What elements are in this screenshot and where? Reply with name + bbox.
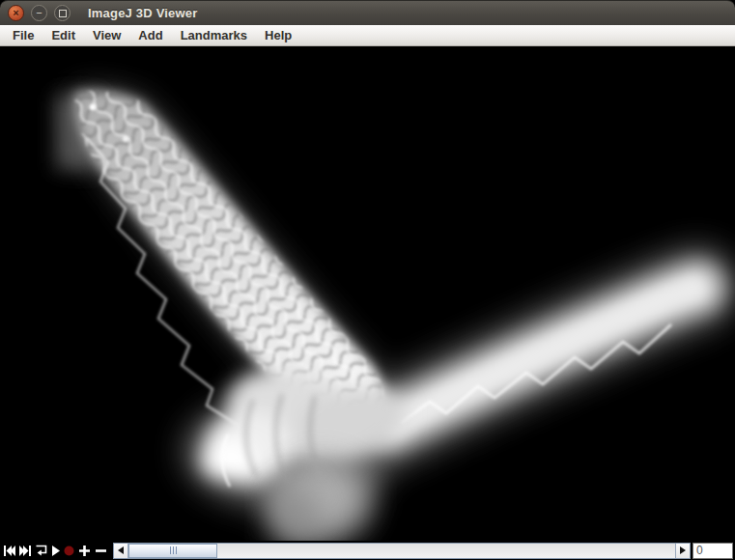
scrollbar-grip-icon xyxy=(170,546,177,554)
minimize-icon[interactable]: − xyxy=(31,5,47,21)
menu-file[interactable]: File xyxy=(4,27,42,43)
play-icon[interactable] xyxy=(52,543,60,558)
scrollbar-left-arrow-icon[interactable] xyxy=(114,544,128,558)
menu-help[interactable]: Help xyxy=(256,27,300,43)
window-title: ImageJ 3D Viewer xyxy=(88,6,198,20)
close-icon[interactable]: × xyxy=(8,5,24,21)
imagej-3d-viewer-window: × − ImageJ 3D Viewer File Edit View Add … xyxy=(0,0,735,560)
scrollbar-thumb[interactable] xyxy=(128,544,217,558)
menu-view[interactable]: View xyxy=(84,27,129,43)
frame-number-field[interactable] xyxy=(693,543,733,559)
title-bar[interactable]: × − ImageJ 3D Viewer xyxy=(0,0,735,25)
menu-edit[interactable]: Edit xyxy=(42,27,84,43)
last-frame-icon[interactable] xyxy=(19,543,31,558)
loop-icon[interactable] xyxy=(35,543,48,558)
menu-add[interactable]: Add xyxy=(129,27,171,43)
scrollbar-track[interactable] xyxy=(128,544,675,558)
volume-rendering-bird xyxy=(0,46,735,541)
menu-bar: File Edit View Add Landmarks Help xyxy=(0,25,735,46)
first-frame-icon[interactable] xyxy=(4,543,15,558)
menu-landmarks[interactable]: Landmarks xyxy=(172,27,256,43)
scrollbar-right-arrow-icon[interactable] xyxy=(675,544,690,558)
animation-transport xyxy=(0,543,111,558)
record-icon[interactable] xyxy=(64,543,74,558)
zoom-out-icon[interactable] xyxy=(95,543,107,558)
zoom-in-icon[interactable] xyxy=(78,543,91,558)
bottom-bar xyxy=(0,541,735,560)
3d-canvas[interactable] xyxy=(0,46,735,541)
frame-scrollbar[interactable] xyxy=(113,543,691,559)
maximize-icon[interactable] xyxy=(54,5,71,21)
